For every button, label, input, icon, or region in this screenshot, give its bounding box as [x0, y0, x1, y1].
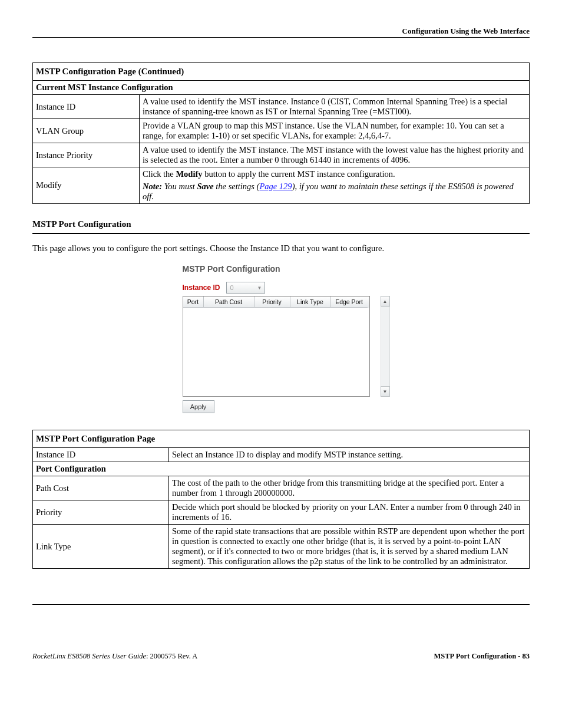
footer-left: RocketLinx ES8508 Series User Guide: 200…	[32, 652, 197, 661]
grid-header-edgeport: Edge Port	[331, 297, 368, 308]
instance-id-dropdown[interactable]: 0 ▼	[226, 282, 265, 294]
ui-screenshot: MSTP Port Configuration Instance ID 0 ▼ …	[183, 264, 380, 413]
grid-header-port: Port	[183, 297, 204, 308]
row-instance-id-desc: A value used to identify the MST instanc…	[140, 95, 530, 119]
row2-pathcost-desc: The cost of the path to the other bridge…	[169, 476, 530, 500]
section-intro: This page allows you to configure the po…	[32, 243, 530, 253]
modify-note-pre: You must	[162, 182, 197, 191]
row-vlan-group-label: VLAN Group	[33, 119, 140, 143]
modify-click-pre: Click the	[143, 169, 176, 179]
row2-priority-label: Priority	[33, 500, 169, 525]
modify-note-link[interactable]: Page 129	[259, 182, 292, 191]
running-header: Configuration Using the Web Interface	[32, 27, 530, 36]
footer-right: MSTP Port Configuration - 83	[434, 652, 530, 661]
row-instance-priority-desc: A value used to identify the MST instanc…	[140, 143, 530, 167]
row2-instanceid-desc: Select an Instance ID to display and mod…	[169, 448, 530, 462]
row-instance-id-label: Instance ID	[33, 95, 140, 119]
section-heading: MSTP Port Configuration	[32, 219, 530, 229]
footer-left-rest: : 2000575 Rev. A	[146, 652, 197, 660]
scroll-down-button[interactable]: ▼	[381, 386, 390, 397]
row-instance-priority-label: Instance Priority	[33, 143, 140, 167]
grid-header-priority: Priority	[254, 297, 290, 308]
header-rule	[32, 37, 530, 38]
footer-left-italic: RocketLinx ES8508 Series User Guide	[32, 652, 146, 660]
grid-header-pathcost: Path Cost	[204, 297, 254, 308]
row-modify-label: Modify	[33, 167, 140, 204]
ui-instance-row: Instance ID 0 ▼	[183, 282, 380, 294]
port-grid: Port Path Cost Priority Link Type Edge P…	[183, 296, 370, 397]
mstp-config-continued-table: MSTP Configuration Page (Continued) Curr…	[32, 62, 530, 204]
row2-instanceid-label: Instance ID	[33, 448, 169, 462]
instance-id-value: 0	[230, 284, 234, 291]
row2-linktype-label: Link Type	[33, 525, 169, 569]
scroll-up-button[interactable]: ▲	[381, 296, 390, 307]
row2-priority-desc: Decide which port should be blocked by p…	[169, 500, 530, 525]
modify-click-post: button to apply the current MST instance…	[203, 169, 395, 179]
chevron-down-icon: ▼	[257, 285, 262, 291]
footer-rule	[32, 604, 530, 605]
table1-title: MSTP Configuration Page (Continued)	[33, 63, 530, 81]
row-modify-desc: Click the Modify button to apply the cur…	[140, 167, 530, 204]
apply-button[interactable]: Apply	[183, 400, 214, 413]
grid-header-row: Port Path Cost Priority Link Type Edge P…	[183, 297, 369, 308]
modify-click-bold: Modify	[176, 169, 202, 179]
ui-title: MSTP Port Configuration	[183, 264, 380, 274]
grid-header-linktype: Link Type	[290, 297, 331, 308]
modify-note-label: Note:	[143, 182, 162, 191]
page: Configuration Using the Web Interface MS…	[0, 0, 562, 684]
modify-note-save: Save	[197, 182, 214, 191]
modify-note-mid: the settings (	[214, 182, 260, 191]
table2-subtitle: Port Configuration	[33, 462, 530, 476]
table1-subtitle: Current MST Instance Configuration	[33, 81, 530, 95]
scroll-track[interactable]	[381, 307, 390, 386]
section-rule	[32, 233, 530, 234]
ui-instance-label: Instance ID	[183, 284, 220, 292]
footer: RocketLinx ES8508 Series User Guide: 200…	[32, 652, 530, 661]
vertical-scrollbar[interactable]: ▲ ▼	[381, 296, 390, 397]
table2-title: MSTP Port Configuration Page	[33, 430, 530, 448]
mstp-port-config-table: MSTP Port Configuration Page Instance ID…	[32, 430, 530, 569]
row2-pathcost-label: Path Cost	[33, 476, 169, 500]
row2-linktype-desc: Some of the rapid state transactions tha…	[169, 525, 530, 569]
row-vlan-group-desc: Provide a VLAN group to map this MST ins…	[140, 119, 530, 143]
grid-body	[183, 308, 369, 396]
